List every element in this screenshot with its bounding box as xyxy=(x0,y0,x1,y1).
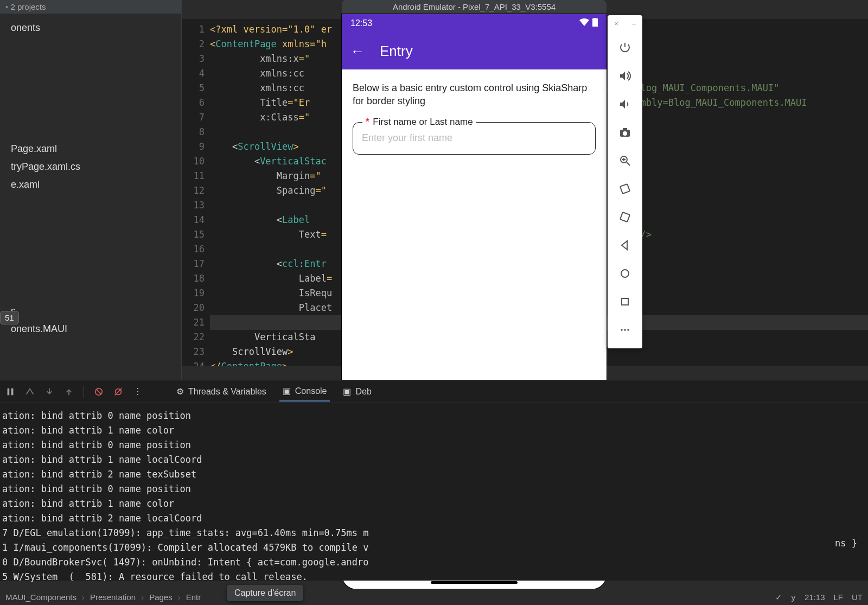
chevron-right-icon: › xyxy=(178,593,181,602)
app-page-title: Entry xyxy=(380,43,413,60)
entry-label-text: First name or Last name xyxy=(373,117,473,127)
minimize-icon[interactable]: – xyxy=(631,20,635,31)
status-bar: MAUI_Components › Presentation › Pages ›… xyxy=(0,589,868,605)
console-icon: ▣ xyxy=(283,386,291,396)
svg-rect-1 xyxy=(594,18,596,19)
back-arrow-icon[interactable]: ← xyxy=(350,43,365,60)
svg-point-14 xyxy=(624,329,626,331)
svg-rect-4 xyxy=(623,128,627,130)
emulator-appbar: ← Entry xyxy=(342,33,607,69)
required-asterisk: * xyxy=(366,117,369,127)
separator xyxy=(84,386,84,398)
emulator-window-controls: × – xyxy=(608,20,642,31)
step-out-icon[interactable] xyxy=(64,387,74,397)
svg-rect-9 xyxy=(620,184,630,194)
breadcrumb-part[interactable]: MAUI_Components xyxy=(5,593,76,602)
breadcrumb-part[interactable]: Pages xyxy=(149,593,173,602)
line-ending[interactable]: LF xyxy=(833,593,843,602)
svg-point-3 xyxy=(623,131,627,136)
chevron-right-icon: › xyxy=(82,593,85,602)
stop-icon[interactable] xyxy=(94,387,104,397)
clock: 12:53 xyxy=(350,18,372,28)
status-icons xyxy=(579,18,598,29)
svg-rect-0 xyxy=(592,18,598,27)
volume-up-icon[interactable] xyxy=(608,62,642,90)
page-description: Below is a basic entry custom control us… xyxy=(353,81,596,108)
tab-debug[interactable]: ▣ Deb xyxy=(340,382,374,401)
breadcrumb-part[interactable]: Entr xyxy=(186,593,201,602)
more-actions-icon[interactable]: ⋮ xyxy=(133,387,143,397)
run-badge: 51 xyxy=(0,311,19,324)
debug-toolbar: ⋮ ⚙ Threads & Variables ▣ Console ▣ Deb xyxy=(0,380,868,403)
breadcrumb-part[interactable]: Presentation xyxy=(90,593,136,602)
first-name-input[interactable] xyxy=(362,132,586,144)
branch-icon[interactable]: 𝗒 xyxy=(791,593,796,602)
tree-item[interactable]: onents.MAUI xyxy=(5,320,181,338)
step-over-icon[interactable] xyxy=(25,387,35,397)
svg-point-15 xyxy=(627,329,629,331)
step-into-icon[interactable] xyxy=(44,387,54,397)
emulator-body: Below is a basic entry custom control us… xyxy=(342,69,607,167)
svg-line-19 xyxy=(97,389,101,394)
svg-point-13 xyxy=(621,329,623,331)
home-nav-icon[interactable] xyxy=(608,259,642,288)
emulator-statusbar: 12:53 xyxy=(342,14,607,33)
svg-rect-10 xyxy=(620,212,630,222)
bug-icon: ⚙ xyxy=(176,386,184,397)
tree-item[interactable]: tryPage.xaml.cs xyxy=(5,158,181,176)
entry-label: * First name or Last name xyxy=(362,116,476,129)
emulator-title-bar: Android Emulator - Pixel_7_API_33_V3:555… xyxy=(342,0,607,14)
back-nav-icon[interactable] xyxy=(608,231,642,259)
svg-line-6 xyxy=(627,162,630,165)
svg-rect-17 xyxy=(11,388,14,395)
status-right: ✓ 𝗒 21:13 LF UT xyxy=(775,593,863,602)
chevron-right-icon: › xyxy=(141,593,144,602)
console-output[interactable]: ation: bind attrib 0 name positionation:… xyxy=(0,403,868,590)
power-icon[interactable] xyxy=(608,34,642,62)
volume-down-icon[interactable] xyxy=(608,90,642,118)
svg-point-11 xyxy=(621,270,629,277)
project-tree[interactable]: onents Page.xaml tryPage.xaml.cs e.xaml … xyxy=(0,14,181,338)
debug-panel: ⋮ ⚙ Threads & Variables ▣ Console ▣ Deb … xyxy=(0,380,868,581)
console-right-frag: ns } xyxy=(835,538,857,549)
tree-item[interactable]: s xyxy=(5,302,181,320)
overview-nav-icon[interactable] xyxy=(608,288,642,316)
svg-rect-12 xyxy=(622,298,628,305)
bullet: • xyxy=(5,2,8,11)
check-icon[interactable]: ✓ xyxy=(775,593,782,602)
rotate-right-icon[interactable] xyxy=(608,203,642,231)
mute-breakpoints-icon[interactable] xyxy=(113,387,123,397)
wifi-icon xyxy=(579,18,589,28)
breadcrumb[interactable]: MAUI_Components › Presentation › Pages ›… xyxy=(5,593,201,602)
tooltip-capture: Capture d'écran xyxy=(227,585,303,601)
encoding[interactable]: UT xyxy=(852,593,863,602)
camera-icon[interactable] xyxy=(608,118,642,147)
svg-rect-16 xyxy=(8,388,10,395)
project-count: 2 projects xyxy=(10,2,46,11)
screen-icon: ▣ xyxy=(343,386,351,397)
ide-root: • 2 projects onents Page.xaml tryPage.xa… xyxy=(0,0,868,605)
tab-threads[interactable]: ⚙ Threads & Variables xyxy=(173,382,270,401)
tree-item[interactable]: onents xyxy=(5,19,181,37)
project-header: • 2 projects xyxy=(0,0,181,14)
rotate-left-icon[interactable] xyxy=(608,175,642,203)
more-icon[interactable] xyxy=(608,316,642,344)
tab-console[interactable]: ▣ Console xyxy=(279,381,330,402)
tree-item[interactable]: Page.xaml xyxy=(5,140,181,158)
battery-icon xyxy=(592,18,598,29)
project-sidebar: • 2 projects onents Page.xaml tryPage.xa… xyxy=(0,0,182,380)
status-time: 21:13 xyxy=(805,593,825,602)
entry-control: * First name or Last name xyxy=(353,122,596,155)
close-icon[interactable]: × xyxy=(614,20,618,31)
tree-item[interactable]: e.xaml xyxy=(5,176,181,194)
zoom-icon[interactable] xyxy=(608,147,642,175)
pause-icon[interactable] xyxy=(5,387,15,397)
emulator-toolbar: × – xyxy=(608,15,642,348)
line-gutter: 123456789101112131415161718192021222324 xyxy=(182,19,210,366)
